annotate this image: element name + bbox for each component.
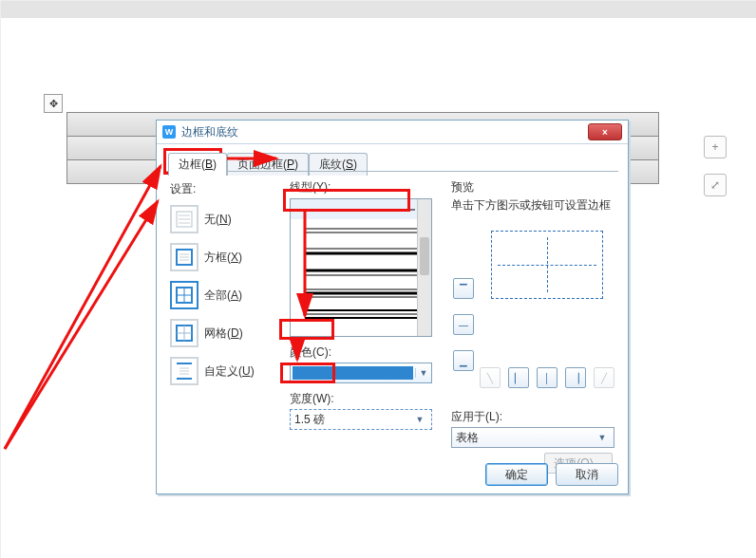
svg-line-34	[5, 201, 158, 449]
line-style-item[interactable]	[291, 262, 431, 283]
app-icon: W	[162, 125, 176, 139]
apply-to-select[interactable]: 表格 ▼	[451, 427, 614, 448]
line-style-item[interactable]	[291, 283, 431, 304]
chevron-down-icon: ▼	[412, 415, 427, 424]
dialog-tabs: 边框(B) 页面边框(P) 底纹(S)	[168, 153, 618, 176]
close-button[interactable]: ×	[588, 123, 622, 140]
line-style-list[interactable]	[290, 198, 432, 337]
setting-custom-icon	[170, 357, 198, 385]
cancel-button[interactable]: 取消	[556, 463, 618, 486]
border-top-toggle[interactable]: ▔	[453, 278, 474, 299]
borders-shading-dialog: W 边框和底纹 × 边框(B) 页面边框(P) 底纹(S) 设置: 无(N) 方	[156, 120, 629, 494]
settings-label: 设置:	[170, 181, 273, 197]
apply-to-value: 表格	[456, 430, 595, 446]
line-style-item[interactable]	[291, 220, 431, 241]
side-tool-add[interactable]: +	[704, 136, 727, 158]
border-hmiddle-toggle[interactable]: ―	[453, 314, 474, 335]
scrollbar-thumb[interactable]	[420, 237, 429, 275]
screenshot-canvas: ✥ + ⤢ W 边框和底纹 × 边框(B) 页面边框(P) 底纹(S) 设置:	[0, 0, 756, 558]
dialog-buttons: 确定 取消	[485, 463, 618, 486]
preview-bottom-buttons: ╲ ▏ │ ▕ ╱	[480, 367, 614, 388]
border-diag1-toggle[interactable]: ╲	[480, 367, 501, 388]
table-move-handle[interactable]: ✥	[44, 94, 63, 113]
border-diag2-toggle[interactable]: ╱	[594, 367, 614, 388]
side-tool-expand[interactable]: ⤢	[704, 174, 727, 196]
width-picker[interactable]: 1.5 磅 ▼	[290, 409, 432, 430]
style-column: 线型(Y): 颜色(C): ▼ 宽度(W): 1.5 磅	[290, 179, 432, 430]
line-style-item[interactable]	[291, 241, 431, 262]
border-right-toggle[interactable]: ▕	[565, 367, 586, 388]
preview-label: 预览	[451, 179, 614, 195]
apply-to-label: 应用于(L):	[451, 409, 614, 425]
tab-page-border[interactable]: 页面边框(P)	[227, 153, 309, 176]
setting-all-icon	[170, 281, 198, 309]
move-icon: ✥	[49, 99, 58, 109]
dialog-title: 边框和底纹	[181, 124, 582, 140]
preview-diagram[interactable]	[491, 231, 603, 299]
preview-left-buttons: ▔ ― ▁	[453, 278, 474, 371]
setting-custom[interactable]: 自定义(U)	[170, 355, 273, 387]
setting-all[interactable]: 全部(A)	[170, 279, 273, 311]
svg-line-32	[5, 166, 161, 449]
setting-grid-icon	[170, 319, 198, 347]
chevron-down-icon: ▼	[595, 433, 610, 442]
annotation-box	[280, 363, 335, 383]
close-icon: ×	[602, 127, 608, 138]
ribbon-placeholder	[1, 1, 756, 18]
scrollbar[interactable]	[417, 199, 431, 336]
preview-hint: 单击下方图示或按钮可设置边框	[451, 197, 614, 214]
border-left-toggle[interactable]: ▏	[508, 367, 529, 388]
color-label: 颜色(C):	[290, 344, 432, 361]
border-bottom-toggle[interactable]: ▁	[453, 350, 474, 371]
setting-none[interactable]: 无(N)	[170, 203, 273, 235]
preview-column: 预览 单击下方图示或按钮可设置边框	[451, 179, 614, 299]
border-vmiddle-toggle[interactable]: │	[537, 367, 558, 388]
width-label: 宽度(W):	[290, 391, 432, 407]
setting-box[interactable]: 方框(X)	[170, 241, 273, 273]
tab-shading[interactable]: 底纹(S)	[309, 153, 368, 176]
width-value: 1.5 磅	[294, 412, 412, 428]
setting-box-icon	[170, 243, 198, 271]
apply-to-section: 应用于(L): 表格 ▼	[451, 409, 614, 448]
setting-none-icon	[170, 205, 198, 233]
annotation-box	[279, 319, 334, 340]
ok-button[interactable]: 确定	[485, 463, 548, 486]
annotation-box	[283, 189, 410, 212]
dialog-titlebar[interactable]: W 边框和底纹 ×	[157, 121, 628, 144]
setting-grid[interactable]: 网格(D)	[170, 317, 273, 349]
settings-column: 设置: 无(N) 方框(X) 全部(A) 网格(D)	[170, 181, 273, 393]
tab-border[interactable]: 边框(B)	[168, 153, 227, 176]
chevron-down-icon: ▼	[415, 368, 431, 378]
